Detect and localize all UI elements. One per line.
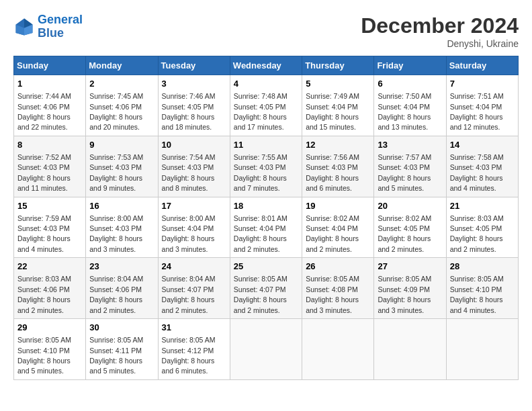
calendar-cell: 15Sunrise: 7:59 AM Sunset: 4:03 PM Dayli… [14,197,86,258]
day-info: Sunrise: 8:01 AM Sunset: 4:04 PM Dayligh… [234,214,287,253]
day-number: 13 [378,139,442,151]
day-info: Sunrise: 7:51 AM Sunset: 4:04 PM Dayligh… [450,92,504,131]
day-number: 10 [162,139,226,151]
calendar-cell: 3Sunrise: 7:46 AM Sunset: 4:05 PM Daylig… [158,75,230,136]
calendar-header: SundayMondayTuesdayWednesdayThursdayFrid… [14,56,519,75]
day-info: Sunrise: 7:58 AM Sunset: 4:03 PM Dayligh… [450,153,504,192]
calendar-cell: 2Sunrise: 7:45 AM Sunset: 4:06 PM Daylig… [86,75,158,136]
day-number: 25 [234,261,298,273]
day-number: 29 [17,322,82,334]
col-header-thursday: Thursday [302,56,374,75]
calendar-cell: 31Sunrise: 8:05 AM Sunset: 4:12 PM Dayli… [158,319,230,380]
col-header-saturday: Saturday [446,56,518,75]
day-number: 15 [17,200,82,212]
calendar-cell: 10Sunrise: 7:54 AM Sunset: 4:03 PM Dayli… [158,136,230,197]
page-header: General Blue December 2024 Denyshi, Ukra… [13,13,519,49]
day-number: 17 [162,200,226,212]
calendar-cell: 17Sunrise: 8:00 AM Sunset: 4:04 PM Dayli… [158,197,230,258]
calendar-cell: 22Sunrise: 8:03 AM Sunset: 4:06 PM Dayli… [14,258,86,319]
day-info: Sunrise: 8:05 AM Sunset: 4:07 PM Dayligh… [234,275,287,314]
calendar-cell: 18Sunrise: 8:01 AM Sunset: 4:04 PM Dayli… [230,197,302,258]
calendar-cell: 16Sunrise: 8:00 AM Sunset: 4:03 PM Dayli… [86,197,158,258]
calendar-cell: 4Sunrise: 7:48 AM Sunset: 4:05 PM Daylig… [230,75,302,136]
logo: General Blue [13,13,83,40]
calendar-cell: 9Sunrise: 7:53 AM Sunset: 4:03 PM Daylig… [86,136,158,197]
calendar-cell: 1Sunrise: 7:44 AM Sunset: 4:06 PM Daylig… [14,75,86,136]
day-info: Sunrise: 8:04 AM Sunset: 4:06 PM Dayligh… [89,275,143,314]
day-info: Sunrise: 7:45 AM Sunset: 4:06 PM Dayligh… [89,92,143,131]
day-info: Sunrise: 8:03 AM Sunset: 4:05 PM Dayligh… [450,214,504,253]
day-number: 26 [306,261,370,273]
day-number: 5 [306,78,370,90]
day-number: 16 [89,200,154,212]
day-number: 31 [162,322,226,334]
day-info: Sunrise: 7:49 AM Sunset: 4:04 PM Dayligh… [306,92,359,131]
calendar-cell: 14Sunrise: 7:58 AM Sunset: 4:03 PM Dayli… [446,136,518,197]
day-number: 7 [450,78,515,90]
day-number: 27 [378,261,442,273]
calendar-cell [302,319,374,380]
calendar-week-3: 15Sunrise: 7:59 AM Sunset: 4:03 PM Dayli… [14,197,519,258]
calendar-body: 1Sunrise: 7:44 AM Sunset: 4:06 PM Daylig… [14,75,519,380]
day-number: 30 [89,322,154,334]
day-number: 28 [450,261,515,273]
day-info: Sunrise: 8:05 AM Sunset: 4:10 PM Dayligh… [450,275,504,314]
calendar-week-2: 8Sunrise: 7:52 AM Sunset: 4:03 PM Daylig… [14,136,519,197]
day-number: 11 [234,139,298,151]
day-number: 8 [17,139,82,151]
location: Denyshi, Ukraine [361,38,519,49]
day-info: Sunrise: 8:04 AM Sunset: 4:07 PM Dayligh… [162,275,216,314]
calendar-cell: 23Sunrise: 8:04 AM Sunset: 4:06 PM Dayli… [86,258,158,319]
day-info: Sunrise: 8:02 AM Sunset: 4:04 PM Dayligh… [306,214,359,253]
calendar-cell: 21Sunrise: 8:03 AM Sunset: 4:05 PM Dayli… [446,197,518,258]
day-info: Sunrise: 7:56 AM Sunset: 4:03 PM Dayligh… [306,153,359,192]
day-info: Sunrise: 8:05 AM Sunset: 4:11 PM Dayligh… [89,336,143,375]
calendar-cell [446,319,518,380]
day-info: Sunrise: 8:05 AM Sunset: 4:12 PM Dayligh… [162,336,216,375]
calendar-table: SundayMondayTuesdayWednesdayThursdayFrid… [13,56,519,380]
day-number: 1 [17,78,82,90]
calendar-cell: 6Sunrise: 7:50 AM Sunset: 4:04 PM Daylig… [374,75,446,136]
calendar-cell: 24Sunrise: 8:04 AM Sunset: 4:07 PM Dayli… [158,258,230,319]
logo-icon [13,16,35,38]
day-number: 19 [306,200,370,212]
calendar-cell: 28Sunrise: 8:05 AM Sunset: 4:10 PM Dayli… [446,258,518,319]
calendar-cell: 8Sunrise: 7:52 AM Sunset: 4:03 PM Daylig… [14,136,86,197]
day-number: 2 [89,78,154,90]
day-number: 3 [162,78,226,90]
col-header-friday: Friday [374,56,446,75]
day-info: Sunrise: 8:00 AM Sunset: 4:03 PM Dayligh… [89,214,143,253]
day-info: Sunrise: 8:00 AM Sunset: 4:04 PM Dayligh… [162,214,216,253]
col-header-monday: Monday [86,56,158,75]
day-number: 21 [450,200,515,212]
calendar-cell: 13Sunrise: 7:57 AM Sunset: 4:03 PM Dayli… [374,136,446,197]
calendar-cell: 30Sunrise: 8:05 AM Sunset: 4:11 PM Dayli… [86,319,158,380]
day-info: Sunrise: 8:05 AM Sunset: 4:10 PM Dayligh… [17,336,71,375]
day-info: Sunrise: 8:05 AM Sunset: 4:09 PM Dayligh… [378,275,431,314]
calendar-week-1: 1Sunrise: 7:44 AM Sunset: 4:06 PM Daylig… [14,75,519,136]
title-block: December 2024 Denyshi, Ukraine [361,13,519,49]
day-info: Sunrise: 7:57 AM Sunset: 4:03 PM Dayligh… [378,153,431,192]
day-info: Sunrise: 7:52 AM Sunset: 4:03 PM Dayligh… [17,153,71,192]
calendar-cell: 20Sunrise: 8:02 AM Sunset: 4:05 PM Dayli… [374,197,446,258]
day-info: Sunrise: 7:53 AM Sunset: 4:03 PM Dayligh… [89,153,143,192]
day-number: 20 [378,200,442,212]
day-info: Sunrise: 7:48 AM Sunset: 4:05 PM Dayligh… [234,92,287,131]
calendar-week-4: 22Sunrise: 8:03 AM Sunset: 4:06 PM Dayli… [14,258,519,319]
calendar-cell: 29Sunrise: 8:05 AM Sunset: 4:10 PM Dayli… [14,319,86,380]
day-number: 22 [17,261,82,273]
month-title: December 2024 [361,13,519,38]
logo-text: General Blue [38,13,83,40]
day-info: Sunrise: 8:05 AM Sunset: 4:08 PM Dayligh… [306,275,359,314]
col-header-sunday: Sunday [14,56,86,75]
day-info: Sunrise: 7:54 AM Sunset: 4:03 PM Dayligh… [162,153,216,192]
col-header-wednesday: Wednesday [230,56,302,75]
calendar-cell: 11Sunrise: 7:55 AM Sunset: 4:03 PM Dayli… [230,136,302,197]
day-number: 23 [89,261,154,273]
calendar-cell: 7Sunrise: 7:51 AM Sunset: 4:04 PM Daylig… [446,75,518,136]
day-info: Sunrise: 7:44 AM Sunset: 4:06 PM Dayligh… [17,92,71,131]
calendar-cell: 25Sunrise: 8:05 AM Sunset: 4:07 PM Dayli… [230,258,302,319]
calendar-cell [374,319,446,380]
calendar-cell: 19Sunrise: 8:02 AM Sunset: 4:04 PM Dayli… [302,197,374,258]
day-info: Sunrise: 8:03 AM Sunset: 4:06 PM Dayligh… [17,275,71,314]
